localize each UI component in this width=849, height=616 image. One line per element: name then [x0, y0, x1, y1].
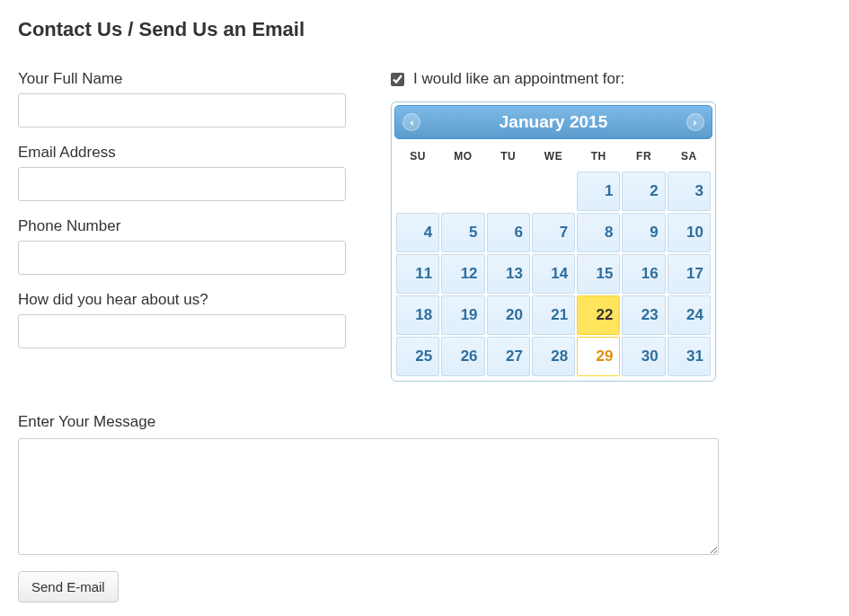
appointment-checkbox[interactable] [391, 73, 404, 86]
calendar-day[interactable]: 18 [396, 295, 439, 335]
calendar-day[interactable]: 20 [487, 295, 530, 335]
calendar-empty-cell [441, 172, 484, 211]
calendar-empty-cell [396, 172, 439, 211]
calendar-day[interactable]: 5 [441, 213, 484, 252]
full-name-input[interactable] [18, 93, 346, 128]
email-input[interactable] [18, 167, 346, 201]
message-textarea[interactable] [18, 438, 719, 555]
page-title: Contact Us / Send Us an Email [18, 18, 831, 41]
calendar: January 2015 SUMOTUWETHFRSA 123456789101… [391, 101, 716, 382]
calendar-day[interactable]: 21 [532, 295, 575, 335]
chevron-right-icon [692, 114, 699, 130]
calendar-empty-cell [487, 172, 530, 211]
calendar-day-header: TH [577, 145, 620, 170]
hear-about-label: How did you hear about us? [18, 291, 346, 309]
chevron-left-icon [408, 114, 415, 130]
calendar-day[interactable]: 27 [487, 337, 530, 376]
calendar-empty-cell [532, 172, 575, 211]
phone-label: Phone Number [18, 217, 346, 235]
message-label: Enter Your Message [18, 413, 831, 431]
calendar-day[interactable]: 23 [622, 295, 665, 335]
calendar-day[interactable]: 13 [487, 254, 530, 294]
appointment-label: I would like an appointment for: [413, 70, 624, 88]
calendar-day[interactable]: 19 [441, 295, 484, 335]
calendar-day[interactable]: 9 [622, 213, 665, 252]
hear-about-input[interactable] [18, 314, 346, 348]
calendar-day-header: SA [668, 145, 711, 170]
calendar-day[interactable]: 25 [396, 337, 439, 376]
calendar-day-header: FR [622, 145, 665, 170]
calendar-day[interactable]: 12 [441, 254, 484, 294]
calendar-day[interactable]: 14 [532, 254, 575, 294]
calendar-day[interactable]: 10 [668, 213, 711, 252]
calendar-day[interactable]: 11 [396, 254, 439, 294]
calendar-day[interactable]: 8 [577, 213, 620, 252]
email-label: Email Address [18, 144, 346, 162]
calendar-day[interactable]: 22 [577, 295, 620, 335]
send-email-button[interactable]: Send E-mail [18, 571, 119, 603]
calendar-day[interactable]: 16 [622, 254, 665, 294]
calendar-header: January 2015 [394, 105, 712, 139]
calendar-day[interactable]: 4 [396, 213, 439, 252]
calendar-day[interactable]: 29 [577, 337, 620, 376]
calendar-day-header: SU [396, 145, 439, 170]
calendar-day[interactable]: 30 [622, 337, 665, 376]
calendar-day[interactable]: 6 [487, 213, 530, 252]
calendar-day[interactable]: 26 [441, 337, 484, 376]
calendar-day[interactable]: 24 [668, 295, 711, 335]
calendar-day[interactable]: 1 [577, 172, 620, 211]
calendar-next-button[interactable] [686, 113, 704, 131]
calendar-day-header: TU [487, 145, 530, 170]
calendar-title: January 2015 [500, 112, 607, 132]
calendar-day[interactable]: 3 [668, 172, 711, 211]
calendar-day[interactable]: 2 [622, 172, 665, 211]
phone-input[interactable] [18, 241, 346, 275]
full-name-label: Your Full Name [18, 70, 346, 88]
calendar-day[interactable]: 31 [668, 337, 711, 376]
calendar-day[interactable]: 7 [532, 213, 575, 252]
calendar-day[interactable]: 17 [668, 254, 711, 294]
calendar-grid: SUMOTUWETHFRSA 1234567891011121314151617… [394, 143, 712, 378]
calendar-day-header: MO [441, 145, 484, 170]
calendar-day[interactable]: 28 [532, 337, 575, 376]
calendar-day-header: WE [532, 145, 575, 170]
calendar-prev-button[interactable] [402, 113, 420, 131]
calendar-day[interactable]: 15 [577, 254, 620, 294]
